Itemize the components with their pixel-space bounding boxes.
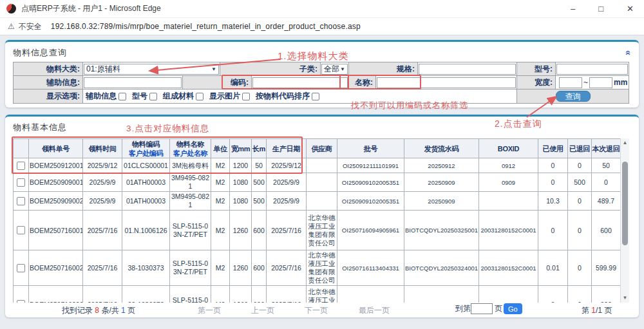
table-cell: SLP-5115-03N-ZT/PET — [170, 211, 211, 250]
material-category-value: 01:原辅料 — [86, 64, 120, 75]
table-cell: 2025/7/16 — [83, 286, 122, 303]
table-cell: M2 — [211, 173, 230, 192]
go-button[interactable]: Go — [504, 303, 522, 314]
subcategory-select[interactable]: 全部 ▼ — [321, 64, 348, 75]
table-cell: BIOTCQDYL20250325001 — [404, 211, 479, 250]
pager-prev-page[interactable]: 上一页 — [251, 305, 274, 316]
table-cell: 20250909 — [404, 173, 479, 192]
model-input[interactable] — [556, 64, 628, 75]
scrollbar-thumb[interactable] — [622, 162, 628, 245]
table-cell: 10031280152C0001 — [479, 286, 538, 303]
pager-first-page[interactable]: 第一页 — [198, 305, 221, 316]
display-option-checkbox[interactable] — [312, 93, 319, 100]
table-cell: OI250912111101991 — [337, 158, 404, 173]
address-bar[interactable]: ⚠ 不安全 192.168.0.32:789/mis/mrp/boe_mater… — [0, 18, 644, 35]
row-checkbox[interactable] — [17, 178, 25, 187]
table-cell: 北京华德液压工业集团有限责任公司 — [307, 286, 337, 303]
records-count: 8 — [95, 306, 99, 315]
code-input[interactable] — [252, 77, 348, 88]
table-cell: 600 — [592, 211, 621, 250]
header-cell: 物料名称客户处名称 — [170, 139, 211, 158]
display-option-label: 显示图片 — [209, 91, 240, 102]
display-option-label: 组成材料 — [163, 91, 194, 102]
spec-input[interactable] — [419, 64, 516, 75]
table-cell: 2025/9/9 — [83, 173, 122, 192]
display-option-checkbox[interactable] — [118, 93, 126, 100]
table-cell: 600 — [252, 211, 267, 250]
display-option-label: 按物料代码排序 — [256, 91, 310, 102]
table-cell: 600 — [252, 286, 267, 303]
display-option: 型号 — [132, 91, 157, 102]
header-cell: 发货流水码 — [404, 139, 479, 158]
pagination-bar: 找到记录 8 条/共 1 页 第一页 上一页 下一页 最后一页 到第 页 Go … — [5, 303, 639, 317]
table-row[interactable]: BOEM2509120012025/9/1201CLCS000013M泡棉母料M… — [14, 158, 621, 173]
material-category-select[interactable]: 01:原辅料 ▼ — [84, 64, 219, 75]
display-option-checkbox[interactable] — [196, 93, 204, 100]
chevron-down-icon: ▼ — [340, 66, 345, 72]
window-title: 点晴ERP子系统 - 用户1 - Microsoft Edge — [21, 3, 161, 14]
search-button-cell: 查询 — [517, 89, 629, 103]
materials-panel-title: 物料基本信息 — [13, 122, 67, 133]
collapse-panel-icon[interactable]: « — [623, 50, 634, 55]
table-cell: 2025/9/9 — [267, 173, 307, 192]
table-cell: BOEM250716002 — [29, 250, 83, 286]
table-cell: 01.N.1006126 — [122, 211, 170, 250]
width-min-input[interactable] — [559, 77, 582, 88]
scrollbar-down-icon[interactable]: ▼ — [621, 294, 629, 303]
width-max-input[interactable] — [589, 77, 612, 88]
query-panel-title: 物料信息查询 — [13, 47, 67, 59]
table-cell: 1260 — [230, 286, 252, 303]
goto-page-unit: 页 — [495, 303, 502, 314]
table-cell: 20031280152C0001 — [479, 211, 538, 250]
table-cell: M2 — [211, 211, 230, 250]
row-checkbox-cell — [14, 192, 29, 211]
table-cell: OI250716113404331 — [337, 250, 404, 286]
row-checkbox[interactable] — [17, 162, 25, 170]
minimize-icon[interactable]: – — [571, 5, 575, 13]
table-cell: 489.7 — [592, 192, 621, 211]
table-row[interactable]: BOEM2507160012025/7/1601.N.1006126SLP-51… — [14, 211, 621, 250]
table-row[interactable]: BOEM2509090012025/9/901ATH000033M9495-08… — [14, 173, 621, 192]
row-checkbox-cell — [14, 158, 29, 173]
table-cell: 1260 — [230, 250, 252, 286]
table-cell: M2 — [211, 286, 230, 303]
table-cell: BOEM250912001 — [29, 158, 83, 173]
table-cell: BOEM250716003 — [29, 286, 83, 303]
aux-info-input[interactable] — [84, 77, 182, 88]
display-option-checkbox[interactable] — [242, 93, 250, 100]
scrollbar-up-icon[interactable]: ▲ — [621, 138, 629, 147]
table-cell: 2025/7/16 — [267, 250, 307, 286]
maximize-icon[interactable]: □ — [598, 5, 603, 13]
table-cell: 2025/9/12 — [267, 158, 307, 173]
display-option-checkbox[interactable] — [149, 93, 157, 100]
header-cell: 宽mm — [230, 139, 252, 158]
goto-page-input[interactable] — [471, 303, 493, 314]
width-unit: mm — [614, 78, 627, 87]
aux-info-cell — [83, 76, 183, 89]
name-input[interactable] — [377, 77, 516, 88]
close-icon[interactable]: ✕ — [627, 5, 634, 13]
row-checkbox[interactable] — [17, 197, 25, 205]
width-tilde: ~ — [583, 78, 588, 87]
table-cell — [307, 192, 337, 211]
table-cell: 2025/9/9 — [83, 192, 122, 211]
header-cell: 本次退回 — [592, 139, 621, 158]
table-row[interactable]: BOEM2509090022025/9/901ATH000033M9495-08… — [14, 192, 621, 211]
vertical-scrollbar[interactable]: ▲ ▼ — [620, 138, 629, 303]
table-cell: 0 — [592, 173, 621, 192]
header-cell: 供应商 — [307, 139, 337, 158]
pager-next-page[interactable]: 下一页 — [305, 305, 328, 316]
table-cell: OI250909102005351 — [337, 173, 404, 192]
address-url: 192.168.0.32:789/mis/mrp/boe_materiel_re… — [51, 22, 361, 31]
header-cell: 领料单号 — [29, 139, 83, 158]
table-cell: 10.3 — [538, 192, 568, 211]
table-row[interactable]: BOEM2507160022025/7/1638-1030373SLP-5115… — [14, 250, 621, 286]
search-button[interactable]: 查询 — [556, 91, 591, 102]
row-checkbox[interactable] — [17, 226, 25, 234]
table-cell: 0 — [568, 158, 592, 173]
pager-last-page[interactable]: 最后一页 — [359, 305, 390, 316]
table-cell: 500 — [252, 192, 267, 211]
code-label: 编码: — [183, 76, 252, 89]
row-checkbox[interactable] — [17, 264, 25, 272]
table-row[interactable]: BOEM2507160032025/7/1638-1030373SLP-5115… — [14, 286, 621, 303]
